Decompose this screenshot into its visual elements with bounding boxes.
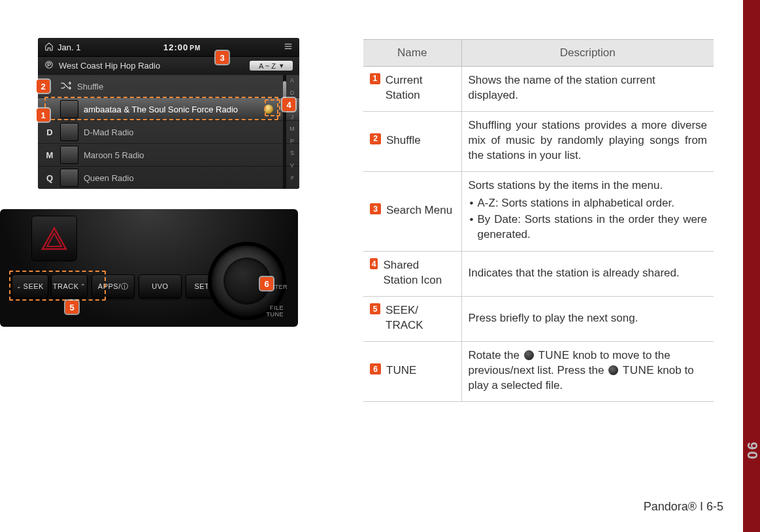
home-icon [44, 42, 54, 53]
tune-label: TUNE [623, 364, 654, 376]
menu-icon [284, 42, 293, 53]
row-desc: Shows the name of the station current di… [461, 67, 714, 112]
col-name: Name [363, 40, 461, 67]
alpha-letter[interactable]: V [286, 162, 298, 175]
row-desc-intro: Sorts stations by the items in the menu. [469, 179, 663, 191]
row-title: Queen Radio [84, 173, 134, 183]
hardware-panel: ⌄SEEK TRACK⌃ APPS/ⓘ UVO SETUP ENTER FILE… [0, 209, 298, 327]
current-station-name: West Coast Hip Hop Radio [59, 61, 160, 71]
svg-rect-1 [285, 46, 292, 46]
row-title: D-Mad Radio [84, 127, 134, 137]
button-row: ⌄SEEK TRACK⌃ APPS/ⓘ UVO SETUP [12, 274, 229, 298]
seek-track-group: ⌄SEEK TRACK⌃ [12, 274, 88, 298]
status-bar: Jan. 1 12:00PM [38, 38, 299, 56]
bullet-item: By Date: Sorts stations in the order the… [469, 212, 708, 242]
row-name: SEEK/ TRACK [386, 303, 455, 333]
uvo-button[interactable]: UVO [139, 274, 182, 298]
row-name: Current Station [386, 73, 455, 103]
bullet-item: A-Z: Sorts stations in alphabetical orde… [469, 196, 708, 211]
list-item[interactable]: ambaataa & The Soul Sonic Force Radio [38, 97, 299, 120]
svg-rect-2 [285, 48, 292, 48]
list-item[interactable]: M Maroon 5 Radio [38, 143, 299, 166]
chevron-down-icon: ▾ [280, 61, 284, 70]
table-header-row: Name Description [363, 40, 714, 67]
alpha-letter[interactable]: J [286, 114, 298, 126]
page-footer: Pandora® I 6-5 [644, 500, 723, 514]
album-thumb [60, 146, 78, 164]
knob-ring [231, 265, 263, 297]
knob-label-file-tune: FILETUNE [267, 305, 284, 318]
list-item[interactable]: D D-Mad Radio [38, 120, 299, 143]
row-title: Shuffle [77, 82, 103, 91]
annotation-marker-1: 1 [37, 108, 50, 122]
alpha-letter[interactable]: # [286, 175, 298, 187]
table-row: 6TUNE Rotate the TUNE knob to move to th… [363, 342, 714, 402]
description-table: Name Description 1Current Station Shows … [363, 39, 714, 402]
annotation-marker-6: 6 [260, 277, 273, 290]
desc-part: Rotate the [469, 349, 523, 361]
alpha-index[interactable]: A D G J M P S V # [286, 77, 298, 186]
row-number: 1 [370, 73, 380, 84]
album-thumb [60, 169, 78, 187]
annotation-marker-3: 3 [216, 51, 229, 64]
shuffle-icon [60, 81, 72, 92]
row-desc: Shuffling your stations provides a more … [461, 111, 714, 171]
alpha-letter[interactable]: M [286, 125, 298, 138]
svg-rect-0 [285, 43, 292, 44]
table-row: 2Shuffle Shuffling your stations provide… [363, 111, 714, 171]
row-title: ambaataa & The Soul Sonic Force Radio [84, 105, 238, 114]
album-thumb [60, 100, 78, 118]
button-label: SEEK [24, 282, 44, 290]
table-row: 5SEEK/ TRACK Press briefly to play the n… [363, 297, 714, 342]
row-name: Shuffle [386, 133, 421, 148]
shared-station-icon [264, 105, 273, 114]
annotation-marker-4: 4 [282, 98, 295, 111]
section-tab: 06 [744, 441, 760, 459]
row-name: Search Menu [386, 203, 452, 218]
tune-knob-icon [608, 365, 618, 375]
list-item[interactable]: Q Queen Radio [38, 166, 299, 189]
annotation-marker-2: 2 [37, 80, 50, 93]
row-name: Shared Station Icon [383, 258, 454, 288]
row-number: 5 [370, 303, 380, 314]
status-clock: 12:00PM [163, 42, 201, 52]
bullet-list: A-Z: Sorts stations in alphabetical orde… [469, 196, 708, 242]
table-row: 1Current Station Shows the name of the s… [363, 67, 714, 112]
row-number: 2 [370, 133, 381, 144]
row-desc: Rotate the TUNE knob to move to the prev… [461, 342, 714, 402]
table-row: 4Shared Station Icon Indicates that the … [363, 252, 714, 297]
row-number: 6 [370, 363, 381, 374]
hazard-button[interactable] [31, 216, 77, 261]
hazard-icon [41, 227, 67, 250]
table-row: 3Search Menu Sorts stations by the items… [363, 171, 714, 252]
album-thumb [60, 123, 78, 141]
status-date: Jan. 1 [58, 42, 80, 52]
row-letter: Q [44, 173, 55, 183]
chevron-down-icon: ⌄ [16, 283, 22, 290]
col-description: Description [461, 40, 714, 67]
page: 06 Jan. 1 12:00PM West Coast Hip Hop Rad… [0, 0, 760, 532]
alpha-letter[interactable]: P [286, 138, 298, 150]
row-name: TUNE [386, 363, 416, 378]
track-button[interactable]: TRACK⌃ [51, 274, 88, 298]
row-desc: Press briefly to play the next song. [461, 297, 714, 342]
current-station-row: West Coast Hip Hop Radio A ~ Z ▾ [38, 56, 299, 75]
row-number: 3 [370, 203, 381, 214]
tune-label: TUNE [538, 349, 569, 361]
list-item[interactable]: Shuffle [38, 75, 299, 97]
row-title: Maroon 5 Radio [84, 150, 144, 160]
row-number: 4 [370, 258, 378, 269]
seek-button[interactable]: ⌄SEEK [12, 274, 48, 298]
row-desc: Sorts stations by the items in the menu.… [461, 171, 714, 252]
chevron-up-icon: ⌃ [80, 283, 86, 290]
alpha-letter[interactable]: A [286, 77, 298, 90]
station-list: Shuffle ambaataa & The Soul Sonic Force … [38, 75, 299, 189]
button-label: TRACK [53, 282, 79, 290]
radio-screenshot: Jan. 1 12:00PM West Coast Hip Hop Radio … [38, 38, 299, 189]
apps-button[interactable]: APPS/ⓘ [91, 274, 135, 298]
alpha-letter[interactable]: S [286, 150, 298, 162]
sort-label: A ~ Z [259, 62, 276, 70]
row-desc: Indicates that the station is already sh… [461, 252, 714, 297]
sort-pill[interactable]: A ~ Z ▾ [250, 61, 293, 71]
row-letter: M [44, 150, 55, 160]
